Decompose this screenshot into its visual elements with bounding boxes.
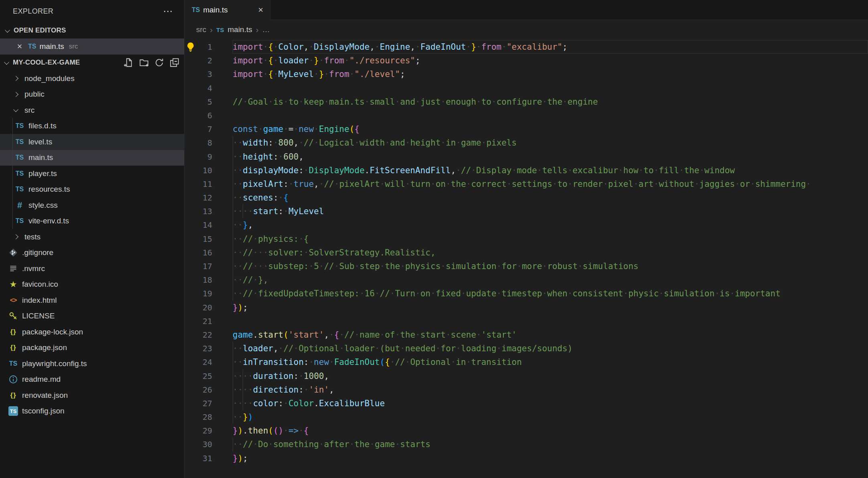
collapse-all-icon[interactable]: [170, 58, 179, 67]
tree-item-level-ts[interactable]: TSlevel.ts: [0, 134, 184, 150]
line-number[interactable]: 12: [185, 191, 212, 205]
workspace-section-header[interactable]: MY-COOL-EX-GAME: [0, 55, 184, 71]
tree-item-playwright-config-ts[interactable]: TSplaywright.config.ts: [0, 356, 184, 372]
close-icon[interactable]: ×: [256, 5, 265, 15]
code-line-30[interactable]: 30··//·Do·something·after·the·game·start…: [185, 437, 868, 451]
tree-item-readme-md[interactable]: readme.md: [0, 372, 184, 388]
code-line-26[interactable]: 26····direction:·'in',: [185, 383, 868, 397]
code-line-1[interactable]: 1import·{·Color,·DisplayMode,·Engine,·Fa…: [185, 40, 868, 54]
line-number[interactable]: 31: [185, 452, 212, 465]
code-line-7[interactable]: 7const·game·=·new·Engine({: [185, 122, 868, 136]
line-number[interactable]: 9: [185, 150, 212, 164]
line-number[interactable]: 7: [185, 122, 212, 136]
line-number[interactable]: 8: [185, 136, 212, 150]
line-number[interactable]: 29: [185, 424, 212, 437]
close-icon[interactable]: ×: [15, 41, 24, 52]
code-line-3[interactable]: 3import·{·MyLevel·}·from·"./level";: [185, 67, 868, 81]
tree-item-vite-env-d-ts[interactable]: TSvite-env.d.ts: [0, 213, 184, 229]
line-number[interactable]: 26: [185, 383, 212, 397]
tree-item-public[interactable]: public: [0, 87, 184, 103]
code-line-19[interactable]: 19··//·fixedUpdateTimestep:·16·//·Turn·o…: [185, 287, 868, 300]
tree-item--nvmrc[interactable]: .nvmrc: [0, 261, 184, 277]
code-line-17[interactable]: 17··//···substep:·5·//·Sub·step·the·phys…: [185, 259, 868, 273]
line-number[interactable]: 30: [185, 437, 212, 451]
line-number[interactable]: 22: [185, 328, 212, 342]
tree-item-src[interactable]: src: [0, 102, 184, 118]
code-line-15[interactable]: 15··//·physics:·{: [185, 232, 868, 246]
line-number[interactable]: 15: [185, 232, 212, 246]
code-line-27[interactable]: 27····color:·Color.ExcaliburBlue: [185, 397, 868, 410]
line-number[interactable]: 21: [185, 314, 212, 328]
tab-main-ts[interactable]: TS main.ts ×: [185, 0, 270, 20]
tree-item-package-json[interactable]: {}package.json: [0, 340, 184, 356]
line-number[interactable]: 28: [185, 410, 212, 424]
editor-code[interactable]: 1import·{·Color,·DisplayMode,·Engine,·Fa…: [185, 39, 868, 478]
line-number[interactable]: 14: [185, 218, 212, 232]
code-line-content: ··//·},: [233, 273, 268, 287]
code-line-8[interactable]: 8··width:·800,·//·Logical·width·and·heig…: [185, 136, 868, 150]
tree-item-main-ts[interactable]: TSmain.ts: [0, 150, 184, 166]
line-number[interactable]: 4: [185, 81, 212, 95]
tree-item-player-ts[interactable]: TSplayer.ts: [0, 166, 184, 182]
line-number[interactable]: 27: [185, 397, 212, 410]
code-line-12[interactable]: 12··scenes:·{: [185, 191, 868, 205]
line-number[interactable]: 18: [185, 273, 212, 287]
code-line-18[interactable]: 18··//·},: [185, 273, 868, 287]
breadcrumb-item-file[interactable]: main.ts: [228, 25, 252, 34]
lightbulb-icon[interactable]: [185, 42, 196, 52]
line-number[interactable]: 16: [185, 246, 212, 259]
code-line-21[interactable]: 21: [185, 314, 868, 328]
breadcrumb-item-symbol[interactable]: …: [262, 25, 270, 34]
tree-item-license[interactable]: LICENSE: [0, 308, 184, 324]
line-number[interactable]: 3: [185, 67, 212, 81]
code-line-22[interactable]: 22game.start('start',·{·//·name·of·the·s…: [185, 328, 868, 342]
refresh-icon[interactable]: [154, 58, 164, 67]
code-line-6[interactable]: 6: [185, 109, 868, 122]
line-number[interactable]: 23: [185, 342, 212, 355]
code-line-10[interactable]: 10··displayMode:·DisplayMode.FitScreenAn…: [185, 164, 868, 177]
code-line-16[interactable]: 16··//···solver:·SolverStrategy.Realisti…: [185, 246, 868, 259]
line-number[interactable]: 6: [185, 109, 212, 122]
code-line-25[interactable]: 25····duration:·1000,: [185, 369, 868, 383]
tree-item-files-d-ts[interactable]: TSfiles.d.ts: [0, 118, 184, 134]
line-number[interactable]: 25: [185, 369, 212, 383]
line-number[interactable]: 20: [185, 301, 212, 314]
line-number[interactable]: 24: [185, 355, 212, 369]
code-line-9[interactable]: 9··height:·600,: [185, 150, 868, 164]
line-number[interactable]: 11: [185, 177, 212, 191]
open-editors-section-header[interactable]: OPEN EDITORS: [0, 22, 184, 38]
tree-item-index-html[interactable]: <>index.html: [0, 292, 184, 308]
line-number[interactable]: 2: [185, 54, 212, 67]
line-number[interactable]: 5: [185, 95, 212, 109]
code-line-29[interactable]: 29}).then(()·=>·{: [185, 424, 868, 437]
more-actions-icon[interactable]: ⋯: [163, 9, 173, 13]
code-line-31[interactable]: 31});: [185, 452, 868, 465]
new-file-icon[interactable]: [124, 58, 134, 67]
tree-item-resources-ts[interactable]: TSresources.ts: [0, 182, 184, 198]
tree-item-favicon-ico[interactable]: ★favicon.ico: [0, 277, 184, 293]
line-number[interactable]: 10: [185, 164, 212, 177]
tree-item-style-css[interactable]: #style.css: [0, 197, 184, 213]
tree-item-tests[interactable]: tests: [0, 229, 184, 245]
code-line-5[interactable]: 5//·Goal·is·to·keep·main.ts·small·and·ju…: [185, 95, 868, 109]
tree-item-renovate-json[interactable]: {}renovate.json: [0, 387, 184, 403]
code-line-24[interactable]: 24··inTransition:·new·FadeInOut({·//·Opt…: [185, 355, 868, 369]
code-line-28[interactable]: 28··}): [185, 410, 868, 424]
new-folder-icon[interactable]: [139, 58, 149, 67]
breadcrumb-item-src[interactable]: src: [196, 25, 206, 34]
code-line-4[interactable]: 4: [185, 81, 868, 95]
code-line-20[interactable]: 20});: [185, 301, 868, 314]
code-line-14[interactable]: 14··},: [185, 218, 868, 232]
code-line-13[interactable]: 13····start:·MyLevel: [185, 205, 868, 218]
code-line-2[interactable]: 2import·{·loader·}·from·"./resources";: [185, 54, 868, 67]
tree-item-package-lock-json[interactable]: {}package-lock.json: [0, 324, 184, 340]
tree-item--gitignore[interactable]: .gitignore: [0, 245, 184, 261]
open-editor-item-main-ts[interactable]: × TS main.ts src: [0, 38, 184, 55]
line-number[interactable]: 13: [185, 205, 212, 218]
tree-item-node-modules[interactable]: node_modules: [0, 71, 184, 87]
line-number[interactable]: 17: [185, 259, 212, 273]
tree-item-tsconfig-json[interactable]: TStsconfig.json: [0, 403, 184, 419]
code-line-11[interactable]: 11··pixelArt:·true,·//·pixelArt·will·tur…: [185, 177, 868, 191]
line-number[interactable]: 19: [185, 287, 212, 300]
code-line-23[interactable]: 23··loader,·//·Optional·loader·(but·need…: [185, 342, 868, 355]
